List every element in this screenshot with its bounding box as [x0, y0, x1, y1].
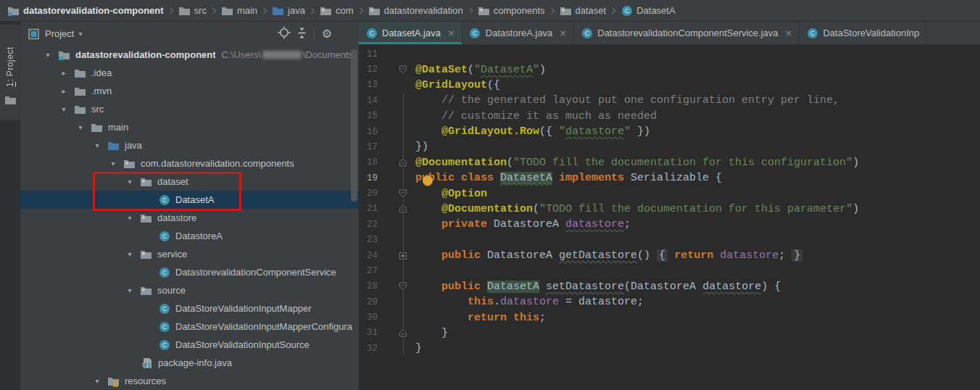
tree-row[interactable]: CDatastoreA: [20, 227, 359, 245]
intention-bulb-icon[interactable]: [423, 175, 433, 186]
code-line[interactable]: 11: [359, 46, 980, 62]
tab-label: DatastorevalidationComponentService.java: [597, 28, 778, 38]
fold-marker-icon[interactable]: [378, 325, 415, 341]
code-line[interactable]: 27: [359, 263, 980, 278]
code-line[interactable]: 23: [359, 233, 980, 248]
tree-row[interactable]: CDataStoreValidationInputMapper: [20, 299, 359, 318]
breadcrumb-item-main[interactable]: main: [220, 5, 259, 17]
tree-expand-arrow[interactable]: ▾: [124, 214, 136, 222]
line-number: 29: [359, 297, 378, 307]
code-line[interactable]: 15 // customize it as much as needed: [359, 109, 980, 124]
tab-DatastoreA.java[interactable]: CDatastoreA.java×: [462, 22, 574, 44]
tree-expand-arrow[interactable]: ▾: [124, 178, 136, 186]
hide-button[interactable]: [336, 25, 353, 43]
tree-row[interactable]: CDatastorevalidationComponentService: [20, 263, 359, 281]
breadcrumb-item-DatasetA[interactable]: CDatasetA: [619, 5, 676, 17]
fold-column: [378, 263, 415, 278]
folder-icon: [74, 86, 86, 97]
tree-row[interactable]: ▾datastorevalidation-componentC:\Users\\…: [20, 46, 359, 64]
fold-marker-icon[interactable]: [378, 202, 415, 217]
code-area[interactable]: 1112@DataSet("DatasetA")13@GridLayout({1…: [359, 45, 980, 390]
code-line[interactable]: 29 this.datastore = datastore;: [359, 294, 980, 310]
tree-expand-arrow[interactable]: ▾: [75, 123, 86, 131]
fold-marker-icon[interactable]: [378, 186, 415, 201]
tree-expand-arrow[interactable]: ▸: [58, 69, 70, 77]
tool-stripe-tab-project[interactable]: 1: Project: [0, 25, 20, 120]
code-line[interactable]: 18@Documentation("TODO fill the document…: [359, 155, 980, 170]
tree-row[interactable]: ▾service: [20, 245, 359, 263]
tree-row[interactable]: ▾dataset: [20, 173, 359, 191]
code-line[interactable]: 16 @GridLayout.Row({ "datastore" }): [359, 124, 980, 139]
tree-expand-arrow[interactable]: ▾: [91, 377, 103, 385]
tree-row[interactable]: CDatasetA: [20, 191, 359, 209]
tree-row[interactable]: ▾source: [20, 281, 359, 299]
line-number: 18: [359, 157, 378, 167]
breadcrumb-item-datastorevalidation[interactable]: datastorevalidation: [367, 5, 465, 17]
tree-row[interactable]: ▾java: [20, 136, 359, 154]
code-line[interactable]: 32}: [359, 341, 980, 356]
close-icon[interactable]: ×: [559, 28, 567, 38]
tree-row[interactable]: ▾datastore: [20, 209, 359, 227]
fold-column: [378, 46, 415, 62]
code-line[interactable]: 24 public DatastoreA getDatastore() { re…: [359, 248, 980, 263]
collapse-all-button[interactable]: [293, 25, 310, 43]
code-line[interactable]: 31 }: [359, 325, 980, 341]
tree-item-label: DataStoreValidationInputSource: [175, 339, 310, 350]
tree-expand-arrow[interactable]: ▾: [58, 105, 70, 113]
class-icon: C: [365, 28, 378, 39]
project-view-icon: [28, 28, 40, 40]
folder-icon: [4, 94, 17, 106]
code-line[interactable]: 14 // the generated layout put one confi…: [359, 93, 980, 108]
code-line[interactable]: 12@DataSet("DatasetA"): [359, 62, 980, 77]
fold-marker-icon[interactable]: [378, 279, 415, 294]
scrollbar-thumb[interactable]: [351, 49, 357, 202]
code-line[interactable]: 17}): [359, 139, 980, 154]
code-line[interactable]: 21 @Documentation("TODO fill the documen…: [359, 202, 980, 217]
tree-expand-arrow[interactable]: ▾: [124, 250, 136, 258]
close-icon[interactable]: ×: [447, 28, 455, 38]
tree-item-label: com.datastorevalidation.components: [141, 158, 294, 169]
code-line[interactable]: 30 return this;: [359, 310, 980, 325]
fold-marker-icon[interactable]: [378, 62, 415, 77]
project-path: C:\Users\\Documents: [222, 49, 354, 60]
tree-expand-arrow[interactable]: ▾: [42, 51, 54, 59]
line-number: 28: [359, 281, 378, 291]
tree-row[interactable]: ▾com.datastorevalidation.components: [20, 154, 359, 173]
tree-expand-arrow[interactable]: ▾: [91, 141, 103, 149]
tree-expand-arrow[interactable]: ▾: [107, 159, 119, 167]
breadcrumb-item-java[interactable]: java: [270, 5, 307, 17]
tree-row[interactable]: ▾src: [20, 100, 359, 118]
chevron-down-icon[interactable]: ▾: [78, 30, 82, 38]
code-line[interactable]: 28 public DatasetA setDatastore(Datastor…: [359, 279, 980, 294]
code-line[interactable]: 13@GridLayout({: [359, 78, 980, 93]
code-line[interactable]: 20 @Option: [359, 186, 980, 201]
tree-row[interactable]: CDataStoreValidationInputMapperConfigura: [20, 318, 359, 336]
tree-row[interactable]: Jpackage-info.java: [20, 354, 359, 372]
tree-expand-arrow[interactable]: ▸: [58, 87, 70, 95]
tree-row[interactable]: ▾main: [20, 118, 359, 136]
settings-button[interactable]: ⚙: [318, 25, 336, 43]
breadcrumb-item-components[interactable]: components: [476, 5, 547, 17]
close-icon[interactable]: ×: [785, 28, 793, 38]
folder-blue-icon: [107, 140, 120, 152]
tab-DatastorevalidationComponentService.java[interactable]: CDatastorevalidationComponentService.jav…: [574, 22, 800, 44]
fold-marker-icon[interactable]: [378, 155, 415, 170]
locate-button[interactable]: [275, 25, 293, 43]
tab-DataStoreValidationInp[interactable]: CDataStoreValidationInp: [800, 22, 926, 44]
tree-row[interactable]: CDataStoreValidationInputSource: [20, 336, 359, 354]
chevron-right-icon: [466, 7, 472, 13]
breadcrumb-item-src[interactable]: src: [177, 5, 208, 17]
tab-DatasetA.java[interactable]: CDatasetA.java×: [359, 22, 462, 44]
tree-row[interactable]: ▸.idea: [20, 64, 359, 82]
breadcrumb-item-datastorevalidation-component[interactable]: datastorevalidation-component: [6, 5, 165, 17]
code-line[interactable]: 19public class DatasetA implements Seria…: [359, 170, 980, 186]
tree-expand-arrow[interactable]: ▾: [124, 286, 136, 294]
breadcrumb-item-com[interactable]: com: [318, 5, 355, 17]
fold-column: [378, 170, 415, 186]
tab-label: DatasetA.java: [382, 28, 441, 38]
breadcrumb-item-dataset[interactable]: dataset: [558, 5, 608, 17]
tree-row[interactable]: ▾resources: [20, 372, 359, 390]
code-line[interactable]: 22 private DatastoreA datastore;: [359, 217, 980, 232]
tree-row[interactable]: ▸.mvn: [20, 82, 359, 100]
fold-marker-icon[interactable]: [378, 248, 415, 263]
